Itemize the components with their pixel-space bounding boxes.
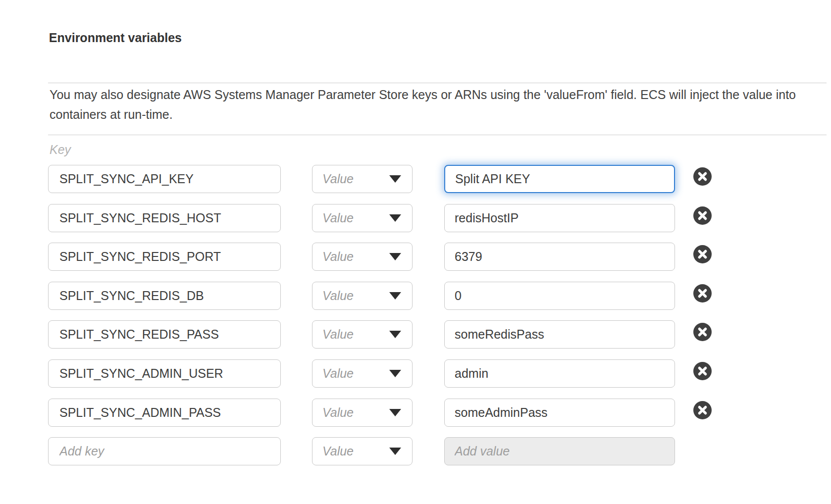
- value-input[interactable]: [444, 282, 675, 310]
- value-type-label: Value: [322, 327, 354, 342]
- remove-row-button[interactable]: [693, 362, 712, 380]
- value-type-dropdown[interactable]: Value: [312, 320, 413, 349]
- env-var-row: Value: [0, 320, 831, 349]
- caret-down-icon: [389, 253, 401, 260]
- env-var-row: Value: [0, 399, 831, 427]
- add-key-input[interactable]: [48, 437, 281, 465]
- env-var-row: Value: [0, 165, 831, 193]
- remove-row-button[interactable]: [693, 167, 712, 186]
- circle-x-icon: [693, 245, 712, 263]
- remove-row-button[interactable]: [693, 323, 712, 341]
- key-input[interactable]: [48, 359, 281, 388]
- caret-down-icon: [389, 409, 401, 416]
- key-input[interactable]: [48, 165, 281, 193]
- circle-x-icon: [693, 323, 712, 341]
- remove-row-button[interactable]: [693, 284, 712, 302]
- value-type-dropdown[interactable]: Value: [312, 243, 413, 271]
- circle-x-icon: [693, 401, 712, 419]
- key-input[interactable]: [48, 243, 281, 271]
- value-type-dropdown[interactable]: Value: [312, 399, 413, 427]
- form-description: You may also designate AWS Systems Manag…: [50, 85, 813, 124]
- key-input[interactable]: [48, 320, 281, 349]
- circle-x-icon: [693, 284, 712, 302]
- value-type-dropdown[interactable]: Value: [312, 359, 413, 388]
- key-input[interactable]: [48, 282, 281, 310]
- env-var-rows: Value Value Value Va: [0, 165, 831, 465]
- value-input[interactable]: [444, 320, 675, 349]
- value-type-label: Value: [322, 405, 354, 420]
- caret-down-icon: [389, 448, 401, 455]
- value-type-label: Value: [322, 172, 354, 186]
- key-input[interactable]: [48, 399, 281, 427]
- caret-down-icon: [389, 370, 401, 377]
- env-var-row: Value: [0, 359, 831, 388]
- value-type-dropdown[interactable]: Value: [312, 437, 413, 465]
- circle-x-icon: [693, 206, 712, 225]
- key-input[interactable]: [48, 204, 281, 232]
- env-var-row: Value: [0, 204, 831, 232]
- value-input[interactable]: [444, 399, 675, 427]
- environment-variables-label: Environment variables: [48, 28, 182, 48]
- value-type-dropdown[interactable]: Value: [312, 165, 413, 193]
- circle-x-icon: [693, 362, 712, 380]
- remove-row-button[interactable]: [693, 245, 712, 263]
- caret-down-icon: [389, 214, 401, 222]
- caret-down-icon: [389, 331, 401, 338]
- env-var-row: Value: [0, 282, 831, 310]
- divider: [48, 83, 827, 83]
- caret-down-icon: [389, 292, 401, 300]
- value-type-dropdown[interactable]: Value: [312, 282, 413, 310]
- divider: [48, 135, 827, 135]
- env-var-row: Value: [0, 243, 831, 271]
- value-type-label: Value: [322, 366, 354, 381]
- add-value-input[interactable]: [444, 437, 675, 465]
- value-input[interactable]: [444, 243, 675, 271]
- value-input[interactable]: [444, 204, 675, 232]
- value-input[interactable]: [444, 359, 675, 388]
- circle-x-icon: [693, 167, 712, 186]
- env-var-add-row: Value: [0, 437, 831, 465]
- value-input[interactable]: [444, 165, 675, 193]
- value-type-label: Value: [322, 444, 354, 458]
- remove-row-button[interactable]: [693, 206, 712, 225]
- value-type-label: Value: [322, 211, 354, 225]
- key-column-header: Key: [50, 143, 71, 157]
- remove-row-button[interactable]: [693, 401, 712, 419]
- value-type-label: Value: [322, 289, 354, 303]
- caret-down-icon: [389, 175, 401, 183]
- value-type-dropdown[interactable]: Value: [312, 204, 413, 232]
- value-type-label: Value: [322, 250, 354, 264]
